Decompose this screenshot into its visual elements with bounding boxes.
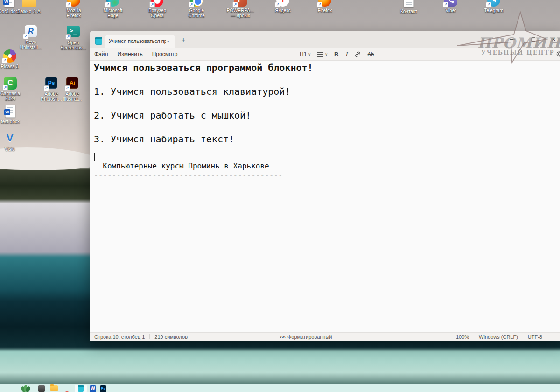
heading-style-button[interactable]: H1∨	[298, 50, 313, 58]
desktop-icon-yandex[interactable]: Y Яндекс	[266, 0, 300, 13]
tab-document[interactable]: Учимся пользоваться программой ●	[105, 35, 175, 48]
encoding[interactable]: UTF-8	[523, 333, 547, 341]
format-aa-icon: АА	[280, 335, 285, 339]
formatting-toolbar: H1∨ ∨ B I Ab	[298, 48, 376, 61]
italic-button[interactable]: I	[343, 50, 349, 59]
desktop-icon-visio[interactable]: V Visio	[0, 132, 27, 152]
desktop-icon-edge[interactable]: Microsoft Edge	[96, 0, 130, 18]
firefox-icon	[67, 0, 80, 7]
format-mode[interactable]: АА Форматированный	[280, 334, 332, 340]
camtasia-icon: C	[4, 77, 17, 90]
viber-phone-icon	[444, 0, 457, 7]
taskbar-notepad-icon	[78, 385, 84, 392]
line-ending[interactable]: Windows (CRLF)	[474, 333, 523, 341]
yandex-icon: Y	[276, 0, 289, 7]
close-button[interactable]: ×	[543, 31, 560, 48]
desktop-icon-chrome[interactable]: Google Chrome	[180, 0, 213, 18]
desktop-icon-screensaver[interactable]: >_ Open Screensav...	[56, 25, 90, 50]
illustrator-icon: Ai	[66, 77, 78, 89]
desktop-icon-firefox-mozilla[interactable]: Mozilla Firefox	[57, 0, 91, 18]
desktop-icon-firefox2[interactable]: Firefox	[308, 0, 342, 13]
char-count: 219 символов	[150, 333, 192, 341]
text-editor-area[interactable]: Учимся пользоваться программой блокнот! …	[90, 61, 560, 332]
desktop-icon-viber[interactable]: Viber	[434, 0, 468, 13]
link-button[interactable]	[352, 50, 363, 59]
desktop-icon-picasa[interactable]: Picasa 3	[0, 49, 27, 69]
menu-edit[interactable]: Изменить	[113, 51, 147, 57]
menu-file[interactable]: Файл	[90, 51, 113, 57]
taskbar-photoshop-icon[interactable]: Ps	[100, 385, 106, 392]
zoom-level[interactable]: 100%	[451, 333, 474, 341]
word-document-icon: W	[5, 105, 15, 118]
desktop-icon-illustrator[interactable]: Ai Adobe Illustrat...	[56, 77, 89, 102]
revo-uninstaller-icon: R	[25, 25, 37, 37]
status-bar: Строка 10, столбец 1 219 символов АА Фор…	[90, 332, 560, 341]
desktop-icon-opera[interactable]: Браузер Opera	[140, 0, 174, 18]
document-footer: Компьютерные курсы Проминь в Харькове	[94, 161, 560, 170]
text-caret	[94, 153, 95, 161]
desktop-icon-revo[interactable]: R Revo Uninstall...	[14, 25, 48, 50]
telegram-plane-icon	[487, 0, 500, 7]
document-heading: Учимся пользоваться программой блокнот!	[94, 62, 560, 73]
desktop-icon-telegram[interactable]: Telegram	[477, 0, 511, 13]
folder-icon	[22, 0, 36, 7]
list-style-button[interactable]: ∨	[315, 51, 329, 58]
clear-formatting-button[interactable]: Ab	[366, 50, 376, 58]
menu-view[interactable]: Просмотр	[147, 51, 182, 57]
chrome-icon	[190, 0, 203, 7]
chevron-down-icon: ∨	[325, 52, 328, 56]
taskbar: W Ps	[0, 384, 560, 392]
cursor-line	[94, 152, 560, 161]
document-line: 1. Учимся пользоваться клавиатурой!	[94, 86, 560, 97]
opera-icon	[151, 0, 163, 7]
menu-bar: Файл Изменить Просмотр H1∨ ∨ B I Ab	[90, 48, 560, 61]
taskbar-word-icon[interactable]: W	[90, 385, 96, 392]
bold-button[interactable]: B	[332, 50, 340, 59]
unsaved-dot-icon: ●	[167, 40, 169, 43]
visio-icon: V	[3, 132, 16, 144]
tab-title: Учимся пользоваться программой	[109, 38, 166, 44]
desktop-icon-camtasia[interactable]: C Camtasia 2024	[0, 77, 27, 101]
link-icon	[354, 51, 361, 58]
cursor-position: Строка 10, столбец 1	[90, 333, 149, 341]
document-divider: ----------------------------------------…	[94, 170, 560, 179]
terminal-icon: >_	[67, 26, 80, 37]
maximize-button[interactable]	[523, 31, 543, 48]
powerpoint-icon: P	[234, 0, 247, 7]
gear-icon[interactable]	[556, 50, 560, 57]
notepad-window: Учимся пользоваться программой ● + × Фай…	[90, 31, 560, 341]
picasa-pinwheel-icon	[3, 49, 16, 63]
document-line: 2. Учимся работать с мышкой!	[94, 110, 560, 121]
document-line: 3. Учимся набирать текст!	[94, 133, 560, 145]
new-tab-button[interactable]: +	[178, 35, 189, 46]
edge-icon	[106, 0, 119, 7]
taskbar-explorer-icon[interactable]	[50, 385, 58, 391]
list-icon	[317, 52, 323, 57]
minimize-button[interactable]	[502, 31, 523, 48]
notepad-app-icon	[95, 37, 102, 45]
taskbar-app-icon[interactable]	[38, 385, 45, 392]
desktop-icon-testdocx[interactable]: W test.docx	[0, 105, 27, 124]
firefox-icon	[318, 0, 331, 7]
taskbar-notepad-active[interactable]	[75, 385, 87, 392]
title-bar[interactable]: Учимся пользоваться программой ● + ×	[90, 31, 560, 48]
desktop-icon-folder[interactable]: Важно © А	[12, 0, 46, 14]
text-document-icon	[404, 0, 414, 7]
start-plant-icon[interactable]	[21, 385, 31, 392]
chevron-down-icon: ∨	[308, 52, 311, 56]
desktop-icon-kontakt[interactable]: Контакт	[392, 0, 426, 14]
desktop-icon-powerpoint[interactable]: P POWERPA... — ярлык	[224, 0, 257, 18]
